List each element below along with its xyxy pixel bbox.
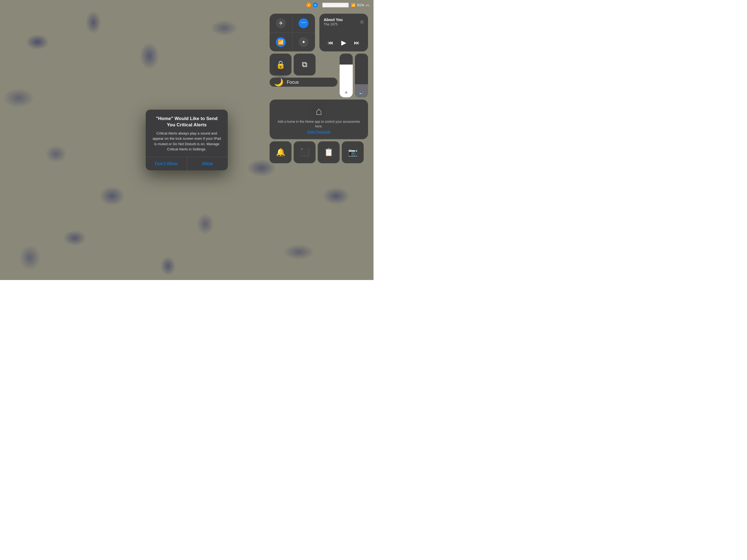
alert-message: Critical Alerts always play a sound and … — [152, 131, 222, 152]
alert-title: "Home" Would Like to Send You Critical A… — [152, 116, 222, 128]
alert-body: "Home" Would Like to Send You Critical A… — [146, 110, 228, 157]
dont-allow-button[interactable]: Don't Allow — [146, 157, 187, 170]
alert-buttons: Don't Allow Allow — [146, 157, 228, 170]
alert-overlay: "Home" Would Like to Send You Critical A… — [0, 0, 374, 280]
home-alert-dialog: "Home" Would Like to Send You Critical A… — [146, 110, 228, 170]
allow-button[interactable]: Allow — [187, 157, 228, 170]
